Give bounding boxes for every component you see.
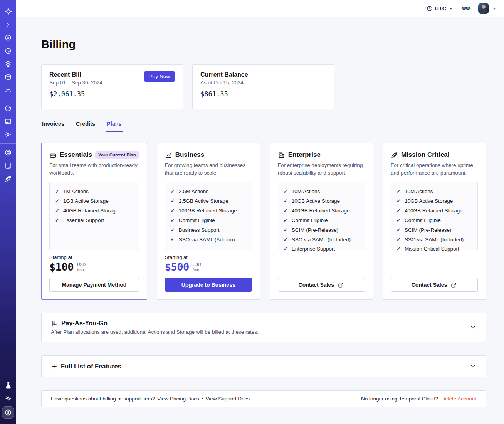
tab-invoices[interactable]: Invoices (41, 118, 65, 132)
feature-item: ✓100GB Retained Storage (171, 208, 246, 214)
check-icon: ✓ (55, 198, 60, 204)
feature-label: Enterprise Support (292, 246, 335, 252)
tab-plans[interactable]: Plans (106, 118, 123, 132)
manage-payment-button[interactable]: Manage Payment Method (49, 278, 139, 292)
sidebar-item-settings[interactable] (0, 128, 16, 141)
footer-question: Have questions about billing or support … (51, 396, 155, 402)
check-icon: ✓ (284, 198, 288, 204)
temporal-logo-icon (4, 8, 12, 16)
plan-description: For enterprise deployments requiring rob… (278, 162, 365, 177)
feature-label: Commit Eligible (405, 217, 441, 224)
plan-header: Essentials Your Current Plan (49, 151, 139, 159)
recent-bill-card: Recent Bill Sep 01 – Sep 30, 2024 $2,061… (41, 64, 183, 109)
feature-label: 40GB Retained Storage (63, 208, 118, 214)
pay-now-button[interactable]: Pay Now (144, 71, 175, 82)
plus-icon (51, 363, 57, 370)
plan-name: Enterprise (288, 151, 321, 159)
expand-toggle[interactable] (470, 324, 476, 331)
full-features-accordion[interactable]: Full List of Features (41, 355, 486, 377)
sidebar-item-labs[interactable] (0, 379, 16, 392)
feature-item: ✓Commit Eligible (284, 217, 359, 224)
expand-toggle[interactable] (470, 363, 476, 370)
plan-feature-box: ✓10M Actions ✓10GB Active Storage ✓400GB… (391, 182, 478, 250)
feature-label: Commit Eligible (179, 217, 215, 224)
svg-text:$: $ (7, 411, 9, 414)
plan-price-unit: USD/mo (77, 261, 86, 272)
sidebar-item-support[interactable] (0, 146, 16, 159)
current-balance-asof: As of Oct 15, 2024 (200, 80, 326, 86)
temporal-logo[interactable] (0, 5, 16, 18)
plan-price: $100 (49, 261, 74, 273)
sidebar-item-docs[interactable] (0, 159, 16, 172)
current-balance-card: Current Balance As of Oct 15, 2024 $861.… (192, 64, 334, 109)
check-icon: ✓ (171, 188, 175, 195)
feature-label: 2.5M Actions (179, 188, 208, 195)
sidebar-expand-button[interactable] (0, 18, 16, 31)
page-title: Billing (41, 38, 486, 51)
sidebar-item-nexus[interactable] (0, 84, 16, 97)
check-icon: ✓ (284, 217, 288, 224)
starting-at-label: Starting at (49, 254, 139, 260)
asterisk-icon (4, 86, 12, 94)
sidebar-item-schedules[interactable] (0, 44, 16, 57)
payg-accordion[interactable]: Pay-As-You-Go After Plan allocations are… (41, 313, 486, 342)
feature-item: ✓10GB Active Storage (396, 198, 472, 205)
delete-account-link[interactable]: Delete Account (441, 396, 476, 402)
feature-item: ✓Commit Eligible (171, 217, 246, 224)
feature-label: 10M Actions (292, 188, 320, 195)
support-docs-link[interactable]: View Support Docs (205, 396, 250, 402)
tab-credits[interactable]: Credits (75, 118, 96, 132)
feedback-glasses-button[interactable] (462, 4, 470, 13)
contact-sales-label: Contact Sales (412, 282, 447, 288)
sidebar-divider (0, 143, 16, 144)
feature-label: 10GB Active Storage (405, 198, 453, 205)
sidebar-item-deployments[interactable] (0, 71, 16, 84)
check-icon: ✓ (284, 188, 288, 195)
plan-header: Business (165, 151, 252, 159)
upgrade-business-button[interactable]: Upgrade to Business (165, 278, 252, 292)
plans-grid: Essentials Your Current Plan For small t… (41, 143, 486, 300)
feature-item: ✓Mission Critical Support (396, 246, 472, 252)
feature-item: ✓2.5M Actions (171, 188, 246, 195)
account-menu[interactable] (478, 3, 497, 14)
plan-description: For small teams with production-ready wo… (49, 162, 139, 177)
feature-item: +SSO via SAML (Add-on) (171, 237, 246, 243)
current-plan-badge: Your Current Plan (95, 151, 139, 159)
feature-label: SSO via SAML (Add-on) (179, 237, 235, 243)
contact-sales-button[interactable]: Contact Sales (391, 278, 478, 292)
sidebar: $ (0, 0, 16, 424)
sidebar-item-theme[interactable] (0, 392, 16, 405)
sidebar-item-billing[interactable] (0, 115, 16, 128)
feature-label: Business Support (179, 227, 220, 234)
plan-price: $500 (165, 261, 189, 273)
sidebar-item-billing-active[interactable]: $ (2, 406, 14, 419)
chevron-down-icon (449, 6, 454, 11)
usage-gauge-icon (4, 104, 12, 112)
sidebar-item-namespaces[interactable] (0, 31, 16, 44)
sidebar-divider (0, 99, 16, 99)
timezone-selector[interactable]: UTC (427, 5, 454, 12)
feature-item: ✓10M Actions (396, 188, 472, 195)
feature-item: ✓Enterprise Support (284, 246, 359, 252)
chevron-down-icon (470, 363, 476, 370)
sidebar-item-usage[interactable] (0, 102, 16, 115)
check-icon: ✓ (396, 227, 401, 233)
chevron-down-icon (470, 324, 476, 331)
footer-bar: Have questions about billing or support … (41, 390, 486, 407)
plan-header: Mission Critical (391, 151, 478, 159)
sun-icon (5, 395, 12, 402)
docs-book-icon (4, 162, 12, 170)
plan-pricing: Starting at $100 USD/mo (49, 254, 139, 273)
sidebar-item-getting-started[interactable] (0, 172, 16, 185)
contact-sales-button[interactable]: Contact Sales (278, 278, 365, 292)
check-icon: ✓ (396, 217, 401, 224)
summary-cards: Recent Bill Sep 01 – Sep 30, 2024 $2,061… (41, 64, 486, 109)
current-balance-title: Current Balance (200, 71, 326, 78)
flask-icon (5, 382, 12, 389)
plan-description: For critical operations where uptime and… (391, 162, 478, 177)
billing-tabs: Invoices Credits Plans (41, 118, 486, 132)
pricing-docs-link[interactable]: View Pricing Docs (157, 396, 199, 402)
external-link-icon (338, 282, 344, 288)
feature-item: ✓10M Actions (284, 188, 359, 195)
sidebar-item-stacks[interactable] (0, 57, 16, 71)
